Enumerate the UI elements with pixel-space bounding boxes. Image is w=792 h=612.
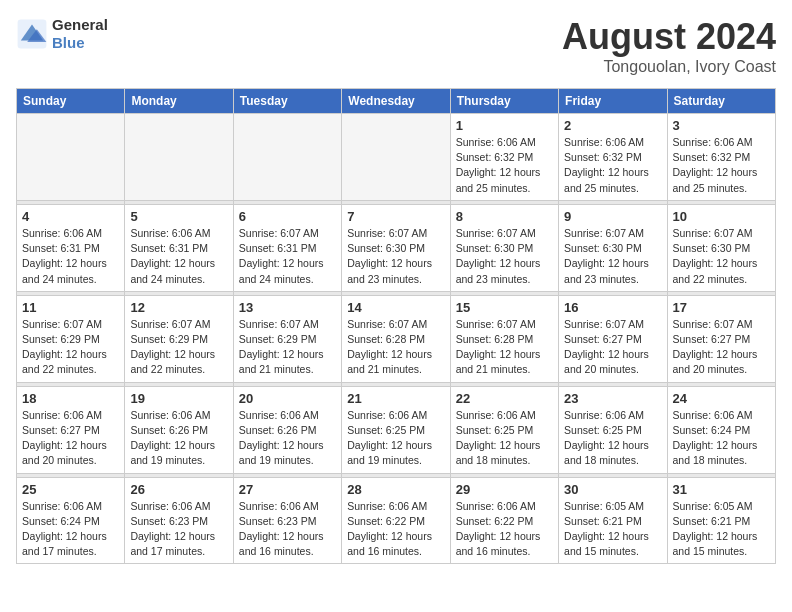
calendar-cell: 6Sunrise: 6:07 AM Sunset: 6:31 PM Daylig… xyxy=(233,204,341,291)
logo-text: General Blue xyxy=(52,16,108,52)
calendar-week-row: 1Sunrise: 6:06 AM Sunset: 6:32 PM Daylig… xyxy=(17,114,776,201)
calendar-cell: 4Sunrise: 6:06 AM Sunset: 6:31 PM Daylig… xyxy=(17,204,125,291)
calendar-cell: 26Sunrise: 6:06 AM Sunset: 6:23 PM Dayli… xyxy=(125,477,233,564)
calendar-cell: 14Sunrise: 6:07 AM Sunset: 6:28 PM Dayli… xyxy=(342,295,450,382)
day-number: 13 xyxy=(239,300,336,315)
page-header: General Blue August 2024 Tongouolan, Ivo… xyxy=(16,16,776,76)
day-info: Sunrise: 6:07 AM Sunset: 6:29 PM Dayligh… xyxy=(22,317,119,378)
day-info: Sunrise: 6:07 AM Sunset: 6:28 PM Dayligh… xyxy=(347,317,444,378)
day-number: 23 xyxy=(564,391,661,406)
calendar-week-row: 18Sunrise: 6:06 AM Sunset: 6:27 PM Dayli… xyxy=(17,386,776,473)
calendar-week-row: 25Sunrise: 6:06 AM Sunset: 6:24 PM Dayli… xyxy=(17,477,776,564)
calendar-week-row: 4Sunrise: 6:06 AM Sunset: 6:31 PM Daylig… xyxy=(17,204,776,291)
calendar-cell: 24Sunrise: 6:06 AM Sunset: 6:24 PM Dayli… xyxy=(667,386,775,473)
calendar-cell: 13Sunrise: 6:07 AM Sunset: 6:29 PM Dayli… xyxy=(233,295,341,382)
calendar-cell xyxy=(342,114,450,201)
calendar-cell xyxy=(125,114,233,201)
day-number: 24 xyxy=(673,391,770,406)
calendar-cell: 2Sunrise: 6:06 AM Sunset: 6:32 PM Daylig… xyxy=(559,114,667,201)
weekday-header-row: SundayMondayTuesdayWednesdayThursdayFrid… xyxy=(17,89,776,114)
weekday-header-sunday: Sunday xyxy=(17,89,125,114)
day-info: Sunrise: 6:06 AM Sunset: 6:23 PM Dayligh… xyxy=(130,499,227,560)
weekday-header-wednesday: Wednesday xyxy=(342,89,450,114)
calendar-cell: 30Sunrise: 6:05 AM Sunset: 6:21 PM Dayli… xyxy=(559,477,667,564)
day-info: Sunrise: 6:06 AM Sunset: 6:25 PM Dayligh… xyxy=(456,408,553,469)
calendar-cell: 31Sunrise: 6:05 AM Sunset: 6:21 PM Dayli… xyxy=(667,477,775,564)
day-info: Sunrise: 6:07 AM Sunset: 6:27 PM Dayligh… xyxy=(564,317,661,378)
title-block: August 2024 Tongouolan, Ivory Coast xyxy=(562,16,776,76)
day-number: 14 xyxy=(347,300,444,315)
day-info: Sunrise: 6:07 AM Sunset: 6:27 PM Dayligh… xyxy=(673,317,770,378)
day-number: 21 xyxy=(347,391,444,406)
day-number: 27 xyxy=(239,482,336,497)
day-number: 29 xyxy=(456,482,553,497)
day-info: Sunrise: 6:05 AM Sunset: 6:21 PM Dayligh… xyxy=(673,499,770,560)
day-number: 1 xyxy=(456,118,553,133)
day-info: Sunrise: 6:06 AM Sunset: 6:22 PM Dayligh… xyxy=(456,499,553,560)
calendar-table: SundayMondayTuesdayWednesdayThursdayFrid… xyxy=(16,88,776,564)
day-number: 30 xyxy=(564,482,661,497)
day-number: 28 xyxy=(347,482,444,497)
day-number: 2 xyxy=(564,118,661,133)
calendar-cell: 10Sunrise: 6:07 AM Sunset: 6:30 PM Dayli… xyxy=(667,204,775,291)
day-info: Sunrise: 6:06 AM Sunset: 6:32 PM Dayligh… xyxy=(564,135,661,196)
calendar-cell: 18Sunrise: 6:06 AM Sunset: 6:27 PM Dayli… xyxy=(17,386,125,473)
calendar-cell: 27Sunrise: 6:06 AM Sunset: 6:23 PM Dayli… xyxy=(233,477,341,564)
calendar-cell: 5Sunrise: 6:06 AM Sunset: 6:31 PM Daylig… xyxy=(125,204,233,291)
calendar-cell: 7Sunrise: 6:07 AM Sunset: 6:30 PM Daylig… xyxy=(342,204,450,291)
day-number: 11 xyxy=(22,300,119,315)
day-number: 16 xyxy=(564,300,661,315)
day-number: 3 xyxy=(673,118,770,133)
calendar-cell xyxy=(17,114,125,201)
day-info: Sunrise: 6:06 AM Sunset: 6:32 PM Dayligh… xyxy=(456,135,553,196)
day-info: Sunrise: 6:06 AM Sunset: 6:24 PM Dayligh… xyxy=(673,408,770,469)
logo: General Blue xyxy=(16,16,108,52)
day-number: 31 xyxy=(673,482,770,497)
day-number: 26 xyxy=(130,482,227,497)
calendar-cell: 22Sunrise: 6:06 AM Sunset: 6:25 PM Dayli… xyxy=(450,386,558,473)
day-number: 20 xyxy=(239,391,336,406)
calendar-cell: 12Sunrise: 6:07 AM Sunset: 6:29 PM Dayli… xyxy=(125,295,233,382)
day-info: Sunrise: 6:06 AM Sunset: 6:27 PM Dayligh… xyxy=(22,408,119,469)
weekday-header-friday: Friday xyxy=(559,89,667,114)
day-number: 7 xyxy=(347,209,444,224)
day-info: Sunrise: 6:06 AM Sunset: 6:25 PM Dayligh… xyxy=(564,408,661,469)
day-info: Sunrise: 6:06 AM Sunset: 6:31 PM Dayligh… xyxy=(22,226,119,287)
day-number: 12 xyxy=(130,300,227,315)
day-number: 10 xyxy=(673,209,770,224)
calendar-cell: 8Sunrise: 6:07 AM Sunset: 6:30 PM Daylig… xyxy=(450,204,558,291)
day-info: Sunrise: 6:06 AM Sunset: 6:31 PM Dayligh… xyxy=(130,226,227,287)
calendar-cell: 28Sunrise: 6:06 AM Sunset: 6:22 PM Dayli… xyxy=(342,477,450,564)
day-info: Sunrise: 6:06 AM Sunset: 6:22 PM Dayligh… xyxy=(347,499,444,560)
weekday-header-tuesday: Tuesday xyxy=(233,89,341,114)
day-number: 19 xyxy=(130,391,227,406)
month-year: August 2024 xyxy=(562,16,776,58)
day-number: 18 xyxy=(22,391,119,406)
day-info: Sunrise: 6:06 AM Sunset: 6:25 PM Dayligh… xyxy=(347,408,444,469)
calendar-cell: 23Sunrise: 6:06 AM Sunset: 6:25 PM Dayli… xyxy=(559,386,667,473)
day-info: Sunrise: 6:05 AM Sunset: 6:21 PM Dayligh… xyxy=(564,499,661,560)
day-info: Sunrise: 6:07 AM Sunset: 6:29 PM Dayligh… xyxy=(239,317,336,378)
day-info: Sunrise: 6:07 AM Sunset: 6:28 PM Dayligh… xyxy=(456,317,553,378)
calendar-cell: 25Sunrise: 6:06 AM Sunset: 6:24 PM Dayli… xyxy=(17,477,125,564)
day-info: Sunrise: 6:06 AM Sunset: 6:26 PM Dayligh… xyxy=(130,408,227,469)
day-number: 6 xyxy=(239,209,336,224)
day-info: Sunrise: 6:07 AM Sunset: 6:30 PM Dayligh… xyxy=(564,226,661,287)
logo-icon xyxy=(16,18,48,50)
calendar-cell: 19Sunrise: 6:06 AM Sunset: 6:26 PM Dayli… xyxy=(125,386,233,473)
calendar-cell: 21Sunrise: 6:06 AM Sunset: 6:25 PM Dayli… xyxy=(342,386,450,473)
day-number: 25 xyxy=(22,482,119,497)
calendar-cell: 20Sunrise: 6:06 AM Sunset: 6:26 PM Dayli… xyxy=(233,386,341,473)
day-info: Sunrise: 6:06 AM Sunset: 6:26 PM Dayligh… xyxy=(239,408,336,469)
day-info: Sunrise: 6:06 AM Sunset: 6:32 PM Dayligh… xyxy=(673,135,770,196)
day-info: Sunrise: 6:07 AM Sunset: 6:30 PM Dayligh… xyxy=(456,226,553,287)
day-number: 9 xyxy=(564,209,661,224)
calendar-cell: 16Sunrise: 6:07 AM Sunset: 6:27 PM Dayli… xyxy=(559,295,667,382)
day-info: Sunrise: 6:06 AM Sunset: 6:24 PM Dayligh… xyxy=(22,499,119,560)
calendar-cell: 17Sunrise: 6:07 AM Sunset: 6:27 PM Dayli… xyxy=(667,295,775,382)
calendar-cell: 15Sunrise: 6:07 AM Sunset: 6:28 PM Dayli… xyxy=(450,295,558,382)
day-info: Sunrise: 6:07 AM Sunset: 6:30 PM Dayligh… xyxy=(673,226,770,287)
calendar-week-row: 11Sunrise: 6:07 AM Sunset: 6:29 PM Dayli… xyxy=(17,295,776,382)
day-info: Sunrise: 6:07 AM Sunset: 6:30 PM Dayligh… xyxy=(347,226,444,287)
day-info: Sunrise: 6:07 AM Sunset: 6:29 PM Dayligh… xyxy=(130,317,227,378)
